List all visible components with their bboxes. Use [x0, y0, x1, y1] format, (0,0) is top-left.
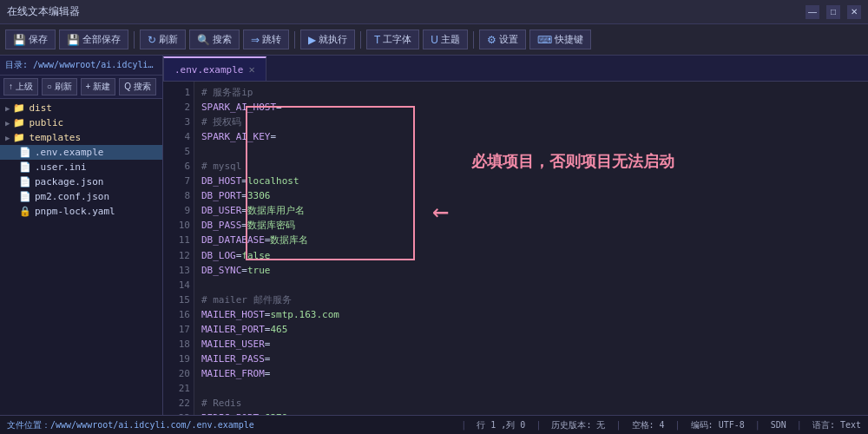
annotation-text: 必填项目，否则项目无法启动: [471, 151, 868, 172]
code-editor[interactable]: 12345 678910 1112131415 1617181920 21222…: [163, 82, 868, 415]
new-button[interactable]: + 新建: [81, 78, 116, 95]
status-position: 行 1 ,列 0: [477, 419, 525, 431]
refresh-dir-button[interactable]: ○ 刷新: [42, 78, 77, 95]
theme-button[interactable]: U 主题: [423, 30, 468, 49]
settings-button[interactable]: ⚙ 设置: [479, 30, 526, 49]
file-icon: 📄: [19, 147, 31, 158]
hotkeys-icon: ⌨: [537, 34, 552, 46]
file-icon: 📄: [19, 176, 31, 187]
chevron-right-icon: ▶: [5, 119, 10, 128]
refresh-button[interactable]: ↻ 刷新: [140, 30, 186, 49]
chevron-right-icon: ▶: [5, 134, 10, 142]
status-encoding: 编码: UTF-8: [691, 419, 745, 431]
font-button[interactable]: T 工字体: [366, 30, 419, 49]
save-button[interactable]: 💾 保存: [5, 30, 56, 49]
up-button[interactable]: ↑ 上级: [3, 78, 38, 95]
sidebar-path: 目录: /www/wwwroot/ai.idcyli.com: [0, 56, 162, 76]
save-icon: 💾: [13, 34, 26, 46]
title-bar-title: 在线文本编辑器: [7, 4, 80, 19]
status-mode: 语言: Text: [812, 419, 861, 431]
toolbar: 💾 保存 💾 全部保存 ↻ 刷新 🔍 搜索 ⇒ 跳转 ▶ 就执行 T 工字体 U…: [0, 24, 868, 56]
line-numbers: 12345 678910 1112131415 1617181920 21222…: [163, 82, 194, 415]
file-icon: 📄: [19, 161, 31, 173]
font-icon: T: [374, 34, 380, 46]
save-all-button[interactable]: 💾 全部保存: [59, 30, 128, 49]
file-icon: 📄: [19, 191, 31, 202]
folder-icon: 📁: [13, 102, 25, 114]
settings-icon: ⚙: [487, 34, 496, 46]
sidebar-item-dist[interactable]: ▶ 📁 dist: [0, 101, 162, 115]
tab-label: .env.example: [174, 64, 243, 76]
sidebar-item-templates[interactable]: ▶ 📁 templates: [0, 130, 162, 145]
sidebar-item-pnpm-lock[interactable]: 🔒 pnpm-lock.yaml: [0, 204, 162, 219]
separator-3: [360, 31, 361, 49]
title-bar-controls: — □ ✕: [806, 5, 861, 19]
maximize-button[interactable]: □: [826, 5, 840, 19]
title-bar: 在线文本编辑器 — □ ✕: [0, 0, 868, 24]
sidebar-item-public[interactable]: ▶ 📁 public: [0, 115, 162, 130]
sidebar-item-package-json[interactable]: 📄 package.json: [0, 174, 162, 189]
main-area: 目录: /www/wwwroot/ai.idcyli.com ↑ 上级 ○ 刷新…: [0, 56, 868, 415]
tab-env-example[interactable]: .env.example ✕: [163, 56, 266, 81]
status-spaces: 空格: 4: [632, 419, 665, 431]
separator-4: [473, 31, 474, 49]
goto-icon: ⇒: [251, 34, 260, 46]
save-all-icon: 💾: [67, 34, 80, 46]
sidebar-item-pm2-conf[interactable]: 📄 pm2.conf.json: [0, 189, 162, 204]
refresh-icon: ↻: [148, 34, 156, 46]
chevron-right-icon: ▶: [5, 104, 10, 113]
separator-1: [134, 31, 135, 49]
search-icon: 🔍: [197, 34, 210, 46]
tab-bar: .env.example ✕: [163, 56, 868, 82]
sidebar-actions: ↑ 上级 ○ 刷新 + 新建 Q 搜索: [0, 76, 162, 99]
run-icon: ▶: [308, 34, 316, 46]
sidebar-item-env-example[interactable]: 📄 .env.example: [0, 145, 162, 160]
close-button[interactable]: ✕: [847, 5, 861, 19]
minimize-button[interactable]: —: [806, 5, 819, 19]
sidebar-item-user-ini[interactable]: 📄 .user.ini: [0, 160, 162, 174]
file-icon: 🔒: [19, 206, 31, 217]
editor-area: .env.example ✕ 12345 678910 1112131415 1…: [163, 56, 868, 415]
separator-2: [294, 31, 295, 49]
goto-button[interactable]: ⇒ 跳转: [243, 30, 289, 49]
search-button[interactable]: 🔍 搜索: [189, 30, 240, 49]
sidebar-files: ▶ 📁 dist ▶ 📁 public ▶ 📁 templates 📄 .env…: [0, 99, 162, 415]
search-dir-button[interactable]: Q 搜索: [119, 78, 156, 95]
status-history: 历史版本: 无: [551, 419, 605, 431]
annotation-arrow: ←: [432, 194, 449, 227]
status-platform: SDN: [771, 420, 786, 430]
theme-icon: U: [431, 34, 438, 46]
tab-close-button[interactable]: ✕: [248, 64, 254, 75]
code-content[interactable]: # 服务器ip SPARK_AI_HOST= # 授权码 SPARK_AI_KE…: [194, 82, 868, 415]
run-button[interactable]: ▶ 就执行: [300, 30, 355, 49]
hotkeys-button[interactable]: ⌨ 快捷键: [529, 30, 591, 49]
folder-icon: 📁: [13, 132, 25, 143]
folder-icon: 📁: [13, 117, 25, 128]
status-file-path: 文件位置：/www/wwwroot/ai.idcyli.com/.env.exa…: [7, 419, 450, 431]
status-bar: 文件位置：/www/wwwroot/ai.idcyli.com/.env.exa…: [0, 415, 868, 434]
sidebar: 目录: /www/wwwroot/ai.idcyli.com ↑ 上级 ○ 刷新…: [0, 56, 163, 415]
